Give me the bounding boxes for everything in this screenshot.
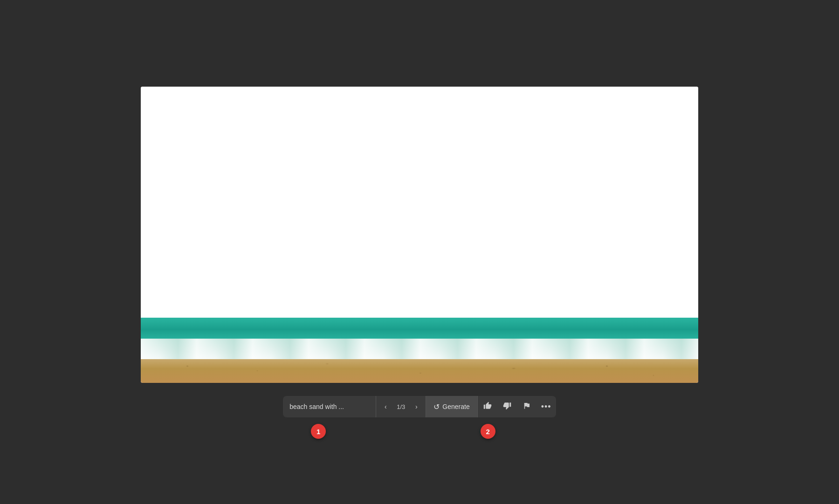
thumbs-up-button[interactable] [478, 396, 497, 417]
thumbs-up-icon [483, 402, 492, 412]
next-icon: › [415, 403, 418, 410]
nav-section: ‹ 1/3 › [376, 396, 426, 417]
toolbar-wrapper: beach sand with ... ‹ 1/3 › ↺ Generate [283, 396, 556, 417]
generate-label: Generate [442, 403, 469, 410]
badges-row: 1 2 [283, 424, 556, 439]
flag-icon [523, 402, 531, 412]
prompt-text: beach sand with ... [289, 403, 344, 410]
flag-button[interactable] [517, 396, 536, 417]
thumbs-down-button[interactable] [497, 396, 517, 417]
prev-icon: ‹ [385, 403, 387, 410]
badge-2: 2 [481, 424, 495, 439]
main-container: beach sand with ... ‹ 1/3 › ↺ Generate [141, 87, 698, 417]
image-frame [141, 87, 698, 383]
action-section: ••• [478, 396, 556, 417]
sand-area [141, 359, 698, 383]
generate-button[interactable]: ↺ Generate [426, 396, 477, 417]
more-button[interactable]: ••• [536, 396, 556, 417]
prev-button[interactable]: ‹ [378, 399, 393, 414]
thumbs-down-icon [503, 402, 511, 412]
wave-area [141, 339, 698, 360]
toolbar: beach sand with ... ‹ 1/3 › ↺ Generate [283, 396, 556, 417]
next-button[interactable]: › [409, 399, 424, 414]
badge-1: 1 [311, 424, 326, 439]
page-indicator: 1/3 [394, 403, 408, 410]
sky-area [141, 87, 698, 318]
more-icon: ••• [541, 402, 551, 412]
prompt-section: beach sand with ... [283, 396, 376, 417]
refresh-icon: ↺ [433, 402, 440, 411]
ocean-area [141, 318, 698, 341]
beach-scene [141, 87, 698, 383]
